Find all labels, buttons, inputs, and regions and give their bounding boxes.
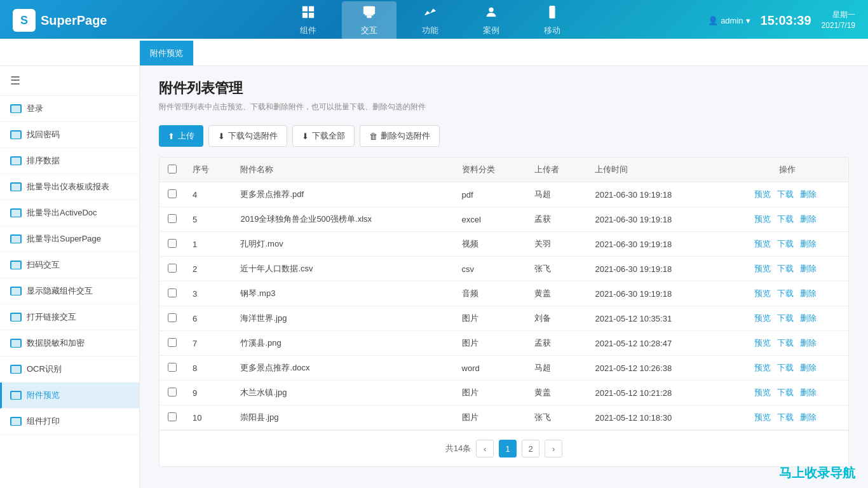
page-2[interactable]: 2 (522, 440, 539, 458)
delete-link-5[interactable]: 删除 (800, 313, 817, 323)
cell-action-6: 预览 下载 删除 (726, 331, 848, 356)
select-all-checkbox[interactable] (168, 165, 177, 173)
row-checkbox-5[interactable] (168, 313, 177, 322)
delete-link-3[interactable]: 删除 (800, 264, 817, 273)
row-checkbox-3[interactable] (168, 264, 177, 273)
delete-link-9[interactable]: 删除 (800, 412, 817, 422)
sidebar-item-attachment-preview[interactable]: 附件预览 (0, 383, 139, 409)
preview-link-5[interactable]: 预览 (754, 313, 771, 323)
menu-toggle[interactable]: ☰ (0, 66, 139, 96)
sidebar-item-login[interactable]: 登录 (0, 96, 139, 122)
preview-link-7[interactable]: 预览 (754, 363, 771, 372)
sidebar-label-batch-export-activedoc: 批量导出ActiveDoc (27, 207, 97, 219)
cell-name-4: 钢琴.mp3 (233, 281, 454, 306)
row-checkbox-0[interactable] (168, 189, 177, 198)
cell-time-7: 2021-05-12 10:26:38 (587, 356, 726, 381)
prev-page-button[interactable]: ‹ (476, 440, 494, 458)
row-checkbox-2[interactable] (168, 239, 177, 248)
download-link-4[interactable]: 下载 (777, 288, 794, 298)
user-icon: 👤 (708, 16, 718, 25)
cell-time-4: 2021-06-30 19:19:18 (587, 281, 726, 306)
cell-action-0: 预览 下载 删除 (726, 182, 848, 207)
download-link-6[interactable]: 下载 (777, 338, 794, 348)
sidebar-item-component-print[interactable]: 组件打印 (0, 409, 139, 435)
preview-link-2[interactable]: 预览 (754, 239, 771, 248)
sidebar-item-open-link-interaction[interactable]: 打开链接交互 (0, 304, 139, 330)
logo-text: SuperPage (41, 13, 107, 28)
tab-附件预览[interactable]: 附件预览 (140, 41, 194, 66)
cell-time-9: 2021-05-12 10:18:30 (587, 405, 726, 430)
preview-link-8[interactable]: 预览 (754, 388, 771, 397)
cell-name-1: 2019全球独角兽企业500强榜单.xlsx (233, 207, 454, 232)
row-checkbox-7[interactable] (168, 363, 177, 372)
delete-link-0[interactable]: 删除 (800, 189, 817, 199)
nav-tab-case[interactable]: 案例 (464, 1, 519, 40)
delete-link-6[interactable]: 删除 (800, 338, 817, 348)
preview-link-1[interactable]: 预览 (754, 214, 771, 224)
preview-link-0[interactable]: 预览 (754, 189, 771, 199)
table-row: 10 崇阳县.jpg 图片 张飞 2021-05-12 10:18:30 预览 … (159, 405, 848, 430)
row-checkbox-8[interactable] (168, 388, 177, 396)
cell-action-8: 预览 下载 删除 (726, 381, 848, 405)
delete-link-2[interactable]: 删除 (800, 239, 817, 248)
download-selected-button[interactable]: ⬇ 下载勾选附件 (208, 125, 287, 147)
sidebar-icon-login (10, 104, 22, 113)
row-checkbox-9[interactable] (168, 412, 177, 421)
row-checkbox-1[interactable] (168, 214, 177, 223)
page-description: 附件管理列表中点击预览、下载和删除附件，也可以批量下载、删除勾选的附件 (159, 102, 849, 112)
sidebar-item-ocr[interactable]: OCR识别 (0, 356, 139, 383)
next-page-button[interactable]: › (545, 440, 562, 458)
page-1[interactable]: 1 (499, 440, 517, 458)
cell-category-1: excel (454, 207, 527, 232)
sidebar-label-show-hide-component: 显示隐藏组件交互 (27, 285, 93, 297)
svg-rect-6 (365, 14, 374, 15)
download-link-5[interactable]: 下载 (777, 313, 794, 323)
preview-link-3[interactable]: 预览 (754, 264, 771, 273)
user-info[interactable]: 👤 admin ▾ (708, 16, 750, 25)
download-link-7[interactable]: 下载 (777, 363, 794, 372)
sidebar-item-find-password[interactable]: 找回密码 (0, 122, 139, 148)
sidebar-icon-show-hide-component (10, 287, 22, 295)
download-all-button[interactable]: ⬇ 下载全部 (292, 125, 355, 147)
download-link-3[interactable]: 下载 (777, 264, 794, 273)
sidebar-item-scan-interaction[interactable]: 扫码交互 (0, 252, 139, 278)
nav-tab-function[interactable]: 功能 (403, 1, 458, 40)
sidebar-icon-find-password (10, 130, 22, 139)
download-link-8[interactable]: 下载 (777, 388, 794, 397)
delete-link-4[interactable]: 删除 (800, 288, 817, 298)
sidebar-item-batch-export-dashboard[interactable]: 批量导出仪表板或报表 (0, 174, 139, 200)
sidebar-label-sort-data: 排序数据 (27, 155, 60, 166)
nav-tab-mobile[interactable]: 移动 (525, 1, 580, 40)
row-checkbox-6[interactable] (168, 338, 177, 347)
table-row: 2 近十年人口数据.csv csv 张飞 2021-06-30 19:19:18… (159, 257, 848, 281)
cell-action-5: 预览 下载 删除 (726, 306, 848, 331)
delete-link-8[interactable]: 删除 (800, 388, 817, 397)
preview-link-6[interactable]: 预览 (754, 338, 771, 348)
sidebar-item-batch-export-activedoc[interactable]: 批量导出ActiveDoc (0, 200, 139, 226)
sidebar-item-sort-data[interactable]: 排序数据 (0, 148, 139, 174)
cell-seq-5: 6 (185, 306, 233, 331)
upload-button[interactable]: ⬆ 上传 (159, 125, 203, 147)
sidebar-item-show-hide-component[interactable]: 显示隐藏组件交互 (0, 278, 139, 304)
nav-tab-components[interactable]: 组件 (281, 1, 336, 40)
col-seq: 序号 (185, 158, 233, 182)
sidebar-label-open-link-interaction: 打开链接交互 (27, 311, 76, 323)
nav-tab-interaction[interactable]: 交互 (342, 1, 397, 40)
svg-rect-16 (11, 236, 20, 243)
sidebar-item-data-desensitization[interactable]: 数据脱敏和加密 (0, 330, 139, 356)
function-icon (423, 5, 437, 22)
download-link-1[interactable]: 下载 (777, 214, 794, 224)
sidebar-icon-ocr (10, 365, 22, 374)
sidebar-icon-batch-export-activedoc (10, 208, 22, 217)
delete-selected-button[interactable]: 🗑 删除勾选附件 (360, 125, 440, 147)
row-checkbox-4[interactable] (168, 288, 177, 297)
sidebar-item-batch-export-superpage[interactable]: 批量导出SuperPage (0, 226, 139, 252)
download-link-0[interactable]: 下载 (777, 189, 794, 199)
preview-link-4[interactable]: 预览 (754, 288, 771, 298)
delete-link-7[interactable]: 删除 (800, 363, 817, 372)
download-link-9[interactable]: 下载 (777, 412, 794, 422)
delete-link-1[interactable]: 删除 (800, 214, 817, 224)
preview-link-9[interactable]: 预览 (754, 412, 771, 422)
sidebar-label-find-password: 找回密码 (27, 129, 60, 140)
download-link-2[interactable]: 下载 (777, 239, 794, 248)
